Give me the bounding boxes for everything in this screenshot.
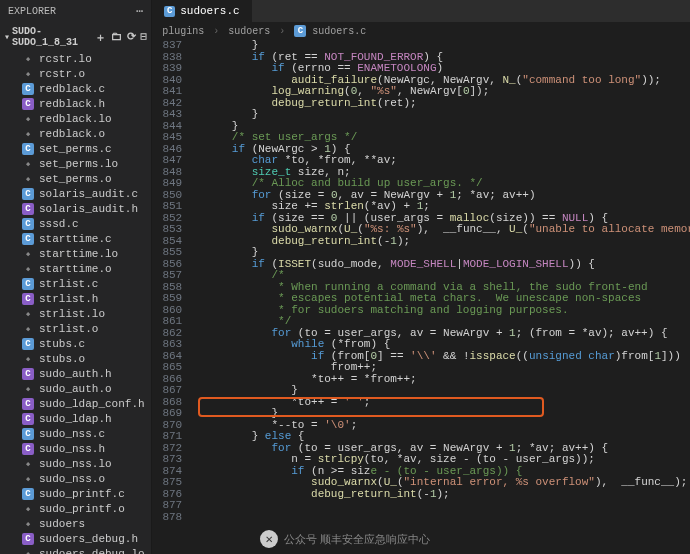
file-name: starttime.c [39,233,112,245]
collapse-icon[interactable]: ⊟ [141,30,148,45]
file-item[interactable]: ◆redblack.o [0,126,151,141]
file-item[interactable]: ◆strlist.o [0,321,151,336]
file-name: set_perms.o [39,173,112,185]
o-file-icon: ◆ [22,323,34,335]
file-name: solaris_audit.c [39,188,138,200]
file-name: set_perms.lo [39,158,118,170]
file-item[interactable]: Csudo_auth.h [0,366,151,381]
file-name: sudo_ldap.h [39,413,112,425]
file-item[interactable]: Cstubs.c [0,336,151,351]
file-name: starttime.o [39,263,112,275]
lo-file-icon: ◆ [22,548,34,555]
file-item[interactable]: Credblack.h [0,96,151,111]
chevron-right-icon: › [279,26,285,37]
folder-header[interactable]: ▾ SUDO-SUDO_1_8_31 ＋ 🗀 ⟳ ⊟ [0,23,151,51]
o-file-icon: ◆ [22,263,34,275]
file-item[interactable]: Cstrlist.h [0,291,151,306]
file-name: sudo_ldap_conf.h [39,398,145,410]
more-icon[interactable]: ⋯ [136,4,143,19]
file-item[interactable]: Csudo_nss.c [0,426,151,441]
o-file-icon: ◆ [22,128,34,140]
file-name: sudo_nss.o [39,473,105,485]
file-item[interactable]: Cset_perms.c [0,141,151,156]
o-file-icon: ◆ [22,68,34,80]
chevron-down-icon: ▾ [4,31,10,43]
file-item[interactable]: Csudoers_debug.h [0,531,151,546]
file-item[interactable]: Cstrlist.c [0,276,151,291]
file-name: sudoers [39,518,85,530]
file-item[interactable]: Csolaris_audit.c [0,186,151,201]
file-name: sudo_nss.lo [39,458,112,470]
code-line-856[interactable]: debug_return_int(-1); [192,236,690,248]
watermark: ✕ 公众号 顺丰安全应急响应中心 [260,530,430,548]
file-item[interactable]: Cstarttime.c [0,231,151,246]
h-file-icon: C [22,293,34,305]
file-item[interactable]: Credblack.c [0,81,151,96]
file-name: set_perms.c [39,143,112,155]
file-item[interactable]: Csudo_ldap_conf.h [0,396,151,411]
file-item[interactable]: ◆rcstr.lo [0,51,151,66]
breadcrumb[interactable]: plugins › sudoers › C sudoers.c [152,22,690,40]
new-folder-icon[interactable]: 🗀 [111,30,122,45]
c-file-icon: C [164,6,175,17]
file-name: redblack.c [39,83,105,95]
file-item[interactable]: ◆starttime.lo [0,246,151,261]
file-item[interactable]: Csudo_printf.c [0,486,151,501]
c-file-icon: C [22,338,34,350]
c-file-icon: C [22,233,34,245]
file-item[interactable]: ◆redblack.lo [0,111,151,126]
refresh-icon[interactable]: ⟳ [127,30,136,45]
file-name: strlist.lo [39,308,105,320]
code-line-842[interactable]: debug_return_int(ret); [192,98,690,110]
file-name: sudo_auth.o [39,383,112,395]
file-item[interactable]: ◆sudo_printf.o [0,501,151,516]
file-name: sudoers_debug.h [39,533,138,545]
file-item[interactable]: ◆set_perms.lo [0,156,151,171]
file-name: solaris_audit.h [39,203,138,215]
line-gutter: 8378388398408418428438448458468478488498… [152,40,192,554]
breadcrumb-p1[interactable]: plugins [162,26,204,37]
file-item[interactable]: ◆sudoers [0,516,151,531]
file-name: sssd.c [39,218,79,230]
tab-title: sudoers.c [180,5,239,17]
editor-main: C sudoers.c plugins › sudoers › C sudoer… [152,0,690,554]
file-item[interactable]: ◆sudo_auth.o [0,381,151,396]
file-item[interactable]: ◆set_perms.o [0,171,151,186]
breadcrumb-p3[interactable]: sudoers.c [312,26,366,37]
sidebar-title: EXPLORER [8,6,56,17]
breadcrumb-p2[interactable]: sudoers [228,26,270,37]
file-item[interactable]: ◆sudo_nss.o [0,471,151,486]
file-item[interactable]: ◆rcstr.o [0,66,151,81]
file-item[interactable]: Csudo_nss.h [0,441,151,456]
file-item[interactable]: Csolaris_audit.h [0,201,151,216]
new-file-icon[interactable]: ＋ [95,30,106,45]
code-editor[interactable]: 8378388398408418428438448458468478488498… [152,40,690,554]
file-name: strlist.c [39,278,98,290]
tab-sudoers-c[interactable]: C sudoers.c [152,0,251,22]
c-file-icon: C [294,25,306,37]
lo-file-icon: ◆ [22,308,34,320]
sidebar-header: EXPLORER ⋯ [0,0,151,23]
code-line-878[interactable]: debug_return_int(-1); [192,489,690,501]
tab-bar: C sudoers.c [152,0,690,22]
h-file-icon: C [22,398,34,410]
file-name: stubs.o [39,353,85,365]
file-item[interactable]: ◆sudo_nss.lo [0,456,151,471]
watermark-text: 公众号 顺丰安全应急响应中心 [284,532,430,547]
lo-file-icon: ◆ [22,113,34,125]
file-item[interactable]: Csssd.c [0,216,151,231]
file-item[interactable]: Csudo_ldap.h [0,411,151,426]
code-line-843[interactable]: } [192,109,690,121]
code-content[interactable]: } if (ret == NOT_FOUND_ERROR) { if (errn… [192,40,690,554]
wechat-icon: ✕ [260,530,278,548]
explorer-sidebar: EXPLORER ⋯ ▾ SUDO-SUDO_1_8_31 ＋ 🗀 ⟳ ⊟ ◆r… [0,0,152,554]
o-file-icon: ◆ [22,353,34,365]
lo-file-icon: ◆ [22,248,34,260]
file-name: sudo_printf.c [39,488,125,500]
file-item[interactable]: ◆stubs.o [0,351,151,366]
file-item[interactable]: ◆starttime.o [0,261,151,276]
file-item[interactable]: ◆strlist.lo [0,306,151,321]
file-name: redblack.lo [39,113,112,125]
c-file-icon: C [22,143,34,155]
file-item[interactable]: ◆sudoers_debug.lo [0,546,151,554]
